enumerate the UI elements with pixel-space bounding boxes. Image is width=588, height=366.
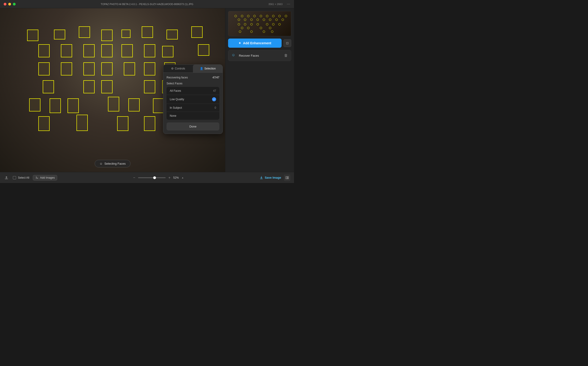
face-options: All Faces 47 Low Quality ✓ In Subject 0 …	[167, 87, 219, 120]
thumbnail-face-dot	[272, 15, 274, 17]
face-box[interactable]	[198, 44, 209, 56]
compare-button[interactable]	[284, 175, 290, 181]
face-box[interactable]	[54, 30, 65, 39]
face-option-none[interactable]: None	[167, 112, 219, 120]
close-button[interactable]	[4, 3, 7, 6]
zoom-plus-button[interactable]: +	[168, 176, 170, 180]
right-panel: ✦ Add Enhancement ⊡ ☺ Recover Faces 🗑	[225, 8, 294, 172]
face-box[interactable]	[50, 98, 61, 113]
zoom-chevron-icon[interactable]: ▲	[182, 176, 184, 179]
svg-point-0	[36, 176, 37, 177]
bottom-right: Save Image	[260, 175, 290, 181]
add-images-button[interactable]: Add Images	[33, 175, 57, 181]
thumbnail-area	[228, 11, 291, 36]
face-box[interactable]	[38, 44, 50, 57]
face-option-in-subject[interactable]: In Subject 0	[167, 104, 219, 112]
face-box[interactable]	[144, 62, 155, 76]
face-box[interactable]	[83, 62, 95, 76]
low-quality-label: Low Quality	[170, 98, 184, 101]
tab-selection[interactable]: 👤 Selection	[193, 65, 222, 72]
face-box[interactable]	[68, 98, 79, 113]
bottom-left: Select All Add Images	[4, 175, 57, 181]
titlebar: TOPAZ PHOTO AI BETA 2.4.0.1 - PEXELS-SUZ…	[0, 0, 294, 8]
popup-body: Recovering faces 47/47 Select Faces All …	[163, 73, 222, 134]
face-box[interactable]	[142, 26, 153, 38]
face-box[interactable]	[124, 62, 135, 76]
thumbnail-face-dot	[260, 27, 262, 29]
face-box[interactable]	[101, 62, 112, 76]
face-box[interactable]	[83, 80, 95, 93]
thumbnail-face-dot	[269, 27, 271, 29]
face-box[interactable]	[117, 116, 128, 131]
select-all-row[interactable]: Select All	[13, 176, 29, 179]
face-box[interactable]	[101, 44, 112, 57]
thumbnail-face-dot	[241, 27, 243, 29]
face-box[interactable]	[43, 80, 54, 93]
thumbnail-face-dot	[263, 30, 265, 33]
thumbnail-face-dot	[266, 23, 268, 25]
face-box[interactable]	[101, 30, 112, 41]
face-box[interactable]	[108, 97, 119, 111]
face-box[interactable]	[128, 98, 140, 111]
select-all-checkbox[interactable]	[13, 176, 16, 179]
bottom-bar: Select All Add Images − + 52% ▲ Save Ima…	[0, 172, 294, 183]
minimize-button[interactable]	[8, 3, 11, 6]
tab-controls[interactable]: ⚙ Controls	[163, 65, 193, 72]
upload-icon[interactable]	[4, 175, 9, 181]
done-button[interactable]: Done	[167, 122, 219, 130]
thumbnail-face-dot	[244, 19, 246, 21]
save-label: Save Image	[265, 176, 281, 179]
enhance-icon: ✦	[238, 41, 241, 45]
face-box[interactable]	[77, 115, 88, 131]
face-box[interactable]	[27, 30, 38, 41]
trash-icon[interactable]: 🗑	[284, 53, 288, 58]
face-box[interactable]	[121, 30, 130, 38]
select-faces-label: Select Faces	[167, 82, 219, 85]
face-box[interactable]	[144, 116, 155, 131]
face-option-low-quality[interactable]: Low Quality ✓	[167, 95, 219, 104]
thumbnail-face-dot	[266, 15, 268, 17]
recovering-row: Recovering faces 47/47	[167, 76, 219, 79]
all-faces-label: All Faces	[170, 89, 181, 92]
main-layout: ⚙ Controls 👤 Selection Recovering faces …	[0, 8, 294, 172]
face-box[interactable]	[29, 98, 40, 111]
face-box[interactable]	[61, 44, 72, 57]
face-option-all[interactable]: All Faces 47	[167, 87, 219, 95]
face-box[interactable]	[38, 116, 50, 131]
face-box[interactable]	[38, 62, 50, 76]
selecting-badge: ☺ Selecting Faces	[95, 160, 130, 168]
maximize-button[interactable]	[13, 3, 16, 6]
add-enhancement-button[interactable]: ✦ Add Enhancement	[228, 38, 282, 48]
face-box[interactable]	[101, 80, 112, 93]
thumbnail-face-dot	[260, 15, 262, 17]
face-box[interactable]	[83, 44, 95, 57]
zoom-minus-button[interactable]: −	[133, 176, 135, 180]
thumbnail-face-dot	[247, 15, 249, 17]
face-box[interactable]	[144, 44, 155, 57]
face-box[interactable]	[79, 26, 90, 38]
enhance-label: Add Enhancement	[243, 41, 271, 45]
thumbnail-face-dot	[272, 23, 274, 25]
thumbnail-face-dot	[271, 30, 273, 33]
zoom-slider[interactable]	[138, 177, 166, 178]
zoom-thumb[interactable]	[153, 176, 156, 179]
window-controls	[4, 3, 16, 6]
recover-left: ☺ Recover Faces	[231, 53, 259, 58]
save-image-button[interactable]: Save Image	[260, 176, 281, 180]
face-box[interactable]	[61, 62, 72, 76]
face-box[interactable]	[167, 30, 178, 39]
badge-label: Selecting Faces	[104, 162, 126, 165]
face-box[interactable]	[153, 98, 164, 113]
thumbnail-face-dot	[239, 30, 241, 33]
recover-faces-row: ☺ Recover Faces 🗑	[228, 50, 291, 61]
thumbnail-face-dot	[250, 19, 253, 21]
face-box[interactable]	[121, 44, 133, 57]
thumbnail-face-dot	[241, 15, 243, 17]
face-box[interactable]	[144, 80, 155, 93]
crop-button[interactable]: ⊡	[283, 39, 291, 47]
menu-icon[interactable]: ⋯	[287, 2, 290, 6]
face-box[interactable]	[191, 26, 203, 38]
thumbnail-face-dot	[250, 30, 253, 33]
canvas-area[interactable]: ⚙ Controls 👤 Selection Recovering faces …	[0, 8, 225, 172]
face-box[interactable]	[162, 46, 173, 57]
